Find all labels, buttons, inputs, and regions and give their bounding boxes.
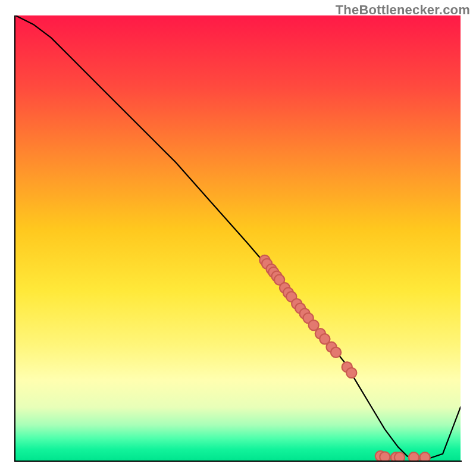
data-point [409,452,419,461]
curve-line [15,15,461,458]
data-point [331,347,341,358]
data-point [346,368,356,378]
data-point [380,452,390,461]
axis-x [14,461,462,462]
chart-container: TheBottlenecker.com [0,0,476,476]
data-point [420,452,430,461]
data-points-group [259,255,430,461]
chart-overlay [15,15,461,461]
axis-y [14,15,15,462]
data-point [394,452,405,461]
watermark-text: TheBottlenecker.com [336,2,470,18]
